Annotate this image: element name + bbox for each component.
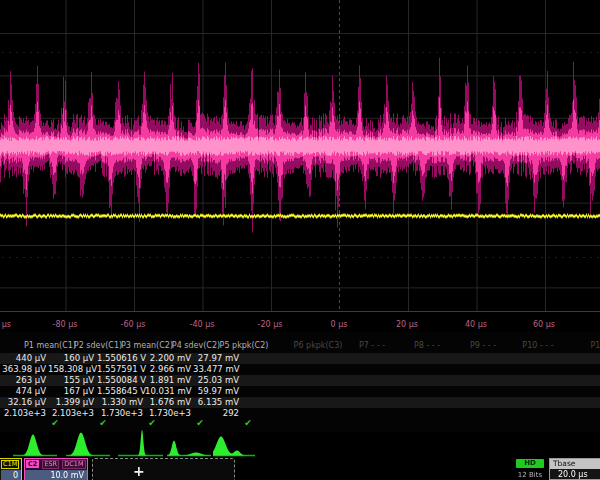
param-header[interactable]: P4 sdev(C2)	[172, 341, 220, 350]
measurement-cell: 2.200 mV	[145, 353, 191, 363]
measurement-cell: 2.966 mV	[145, 364, 191, 374]
measurement-cell: 263 µV	[0, 375, 46, 385]
channel-c2-descriptor[interactable]: C2 ESR DC1M 10.0 mV	[24, 458, 88, 480]
timebase-value: 20.0 µs	[550, 469, 600, 479]
status-check-icon: ✔	[196, 418, 204, 428]
param-header-unused[interactable]: P9 - - -	[470, 341, 496, 350]
measurement-cell: 1.399 µV	[48, 397, 94, 407]
param-header[interactable]: P3 mean(C2)	[121, 341, 173, 350]
measurement-cell: 440 µV	[0, 353, 46, 363]
timebase-title: Tbase	[550, 459, 600, 469]
measurement-cell: 474 µV	[0, 386, 46, 396]
measurement-cell: 158.308 µV	[48, 364, 94, 374]
measurement-cell: 1.557591 V	[97, 364, 143, 374]
measurement-cell: 59.97 mV	[193, 386, 239, 396]
plus-icon: +	[133, 463, 145, 479]
param-header-unused[interactable]: P6 pkpk(C3)	[294, 341, 343, 350]
status-check-icon: ✔	[51, 418, 59, 428]
param-header-unused[interactable]: P10 - - -	[522, 341, 553, 350]
c1-vdiv-value: 0 mV	[1, 470, 21, 480]
time-axis-label: 20 µs	[396, 320, 418, 329]
measurement-cell: 160 µV	[48, 353, 94, 363]
time-axis-label: -60 µs	[121, 320, 146, 329]
c2-coupling-row: C2 ESR DC1M	[25, 459, 87, 470]
measurement-cell: 1.730e+3	[145, 408, 191, 418]
measurement-cell: 2.103e+3	[0, 408, 46, 418]
measurement-cell: 2.103e+3	[48, 408, 94, 418]
measurement-cell: 1.330 mV	[97, 397, 143, 407]
measurement-cell: 1.550616 V	[97, 353, 143, 363]
measurement-cell: 1.891 mV	[145, 375, 191, 385]
c2-coupling-chip: DC1M	[62, 460, 85, 469]
measurement-cell: 1.676 mV	[145, 397, 191, 407]
status-check-icon: ✔	[99, 418, 107, 428]
time-axis-label: -100 µs	[0, 320, 11, 329]
status-check-icon: ✔	[148, 418, 156, 428]
measurement-cell: 32.16 µV	[0, 397, 46, 407]
measurement-cell: 1.550084 V	[97, 375, 143, 385]
param-header-unused[interactable]: P7 - - -	[359, 341, 385, 350]
param-header[interactable]: P1 mean(C1)	[24, 341, 76, 350]
measurement-cell: 10.031 mV	[145, 386, 191, 396]
time-axis-label: 60 µs	[533, 320, 555, 329]
c1-coupling-row: C1M	[1, 459, 21, 470]
channel-c1-descriptor[interactable]: C1M 0 mV	[0, 458, 22, 480]
hd-mode-badge[interactable]: HD	[516, 459, 544, 468]
measurement-cell: 167 µV	[48, 386, 94, 396]
timebase-descriptor[interactable]: Tbase 20.0 µs	[549, 458, 600, 480]
measurement-cell: 25.03 mV	[193, 375, 239, 385]
c2-label-chip: C2	[26, 460, 39, 468]
measurement-cell: 292	[193, 408, 239, 418]
hd-bits-label: 12 Bits	[510, 471, 550, 479]
add-trace-button[interactable]: +	[92, 458, 235, 480]
param-header-unused[interactable]: P8 - - -	[414, 341, 440, 350]
measurement-cell: 6.135 mV	[193, 397, 239, 407]
param-header[interactable]: P5 pkpk(C2)	[220, 341, 269, 350]
measurement-histicons[interactable]	[0, 430, 600, 462]
c2-esr-chip: ESR	[42, 460, 59, 469]
time-axis: -100 µs-80 µs-60 µs-40 µs-20 µs0 µs20 µs…	[0, 314, 600, 332]
c2-vdiv-value: 10.0 mV	[25, 470, 87, 480]
measurement-cell: 155 µV	[48, 375, 94, 385]
oscilloscope-screen: -100 µs-80 µs-60 µs-40 µs-20 µs0 µs20 µs…	[0, 0, 600, 480]
status-check-icon: ✔	[244, 418, 252, 428]
time-axis-label: 40 µs	[465, 320, 487, 329]
time-axis-label: 0 µs	[331, 320, 348, 329]
waveform-display[interactable]	[0, 0, 600, 314]
time-axis-label: -80 µs	[53, 320, 78, 329]
measurement-cell: 1.730e+3	[97, 408, 143, 418]
measurement-cell: 363.98 µV	[0, 364, 46, 374]
c1-coupling-chip: C1M	[1, 460, 19, 469]
measurement-cell: 33.477 mV	[193, 364, 239, 374]
param-header[interactable]: P2 sdev(C1)	[74, 341, 122, 350]
measurement-cell: 27.97 mV	[193, 353, 239, 363]
time-axis-label: -40 µs	[190, 320, 215, 329]
param-header-unused[interactable]: P11	[590, 341, 600, 350]
measurement-cell: 1.558645 V	[97, 386, 143, 396]
time-axis-label: -20 µs	[258, 320, 283, 329]
